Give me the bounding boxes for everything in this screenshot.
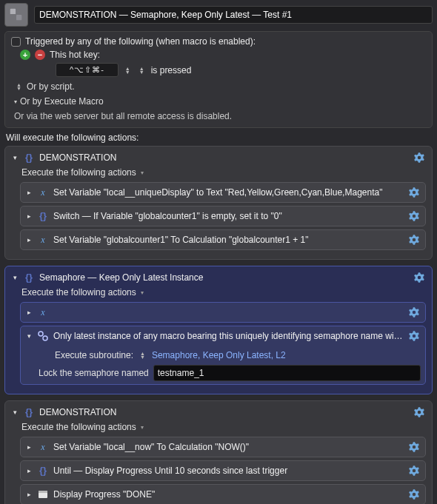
hotkey-popup-button[interactable]: ▲▼ — [125, 67, 130, 74]
action-row[interactable]: ▸x — [20, 302, 426, 323]
action-text: Set Variable "local__now" To Calculation… — [53, 442, 403, 452]
variable-icon: x — [37, 187, 49, 198]
gear-icon[interactable] — [407, 233, 421, 246]
disclosure-chevron[interactable]: ▸ — [25, 467, 33, 474]
disclosure-chevron[interactable]: ▸ — [25, 491, 33, 498]
action-row[interactable]: ▾Only latest instance of any macro beari… — [20, 326, 426, 385]
group-title: Semaphore — Keep Only Latest Instance — [39, 272, 408, 283]
svg-text:{}: {} — [39, 465, 47, 476]
link-icon — [37, 330, 49, 342]
svg-rect-14 — [39, 491, 47, 493]
action-row[interactable]: ▸{}Until — Display Progress Until 10 sec… — [20, 460, 426, 481]
braces-icon: {} — [23, 406, 35, 418]
group-subhead: Execute the following actions▾ — [21, 167, 426, 178]
gear-icon[interactable] — [407, 488, 421, 501]
gear-icon[interactable] — [413, 151, 426, 164]
subroutine-label: Execute subroutine: — [39, 350, 133, 360]
gear-icon[interactable] — [413, 406, 426, 419]
subhead-chevron[interactable]: ▾ — [141, 289, 144, 296]
svg-text:x: x — [40, 187, 45, 198]
svg-point-9 — [43, 336, 47, 340]
braces-icon: {} — [37, 465, 49, 477]
action-text: Until — Display Progress Until 10 second… — [53, 466, 403, 476]
svg-text:{}: {} — [25, 406, 33, 417]
or-by-script[interactable]: ▲▼ Or by script. — [14, 81, 426, 92]
window-icon — [37, 488, 49, 500]
gear-icon[interactable] — [407, 186, 421, 199]
web-server-note: Or via the web server but all remote acc… — [14, 111, 426, 121]
braces-icon: {} — [23, 272, 35, 283]
disclosure-chevron[interactable]: ▾ — [11, 274, 19, 281]
disclosure-chevron[interactable]: ▾ — [25, 332, 33, 340]
macro-title-input[interactable] — [34, 6, 433, 24]
trigger-enabled-checkbox[interactable] — [11, 37, 21, 47]
action-text: Set Variable "local__uniqueDisplay" to T… — [53, 187, 403, 198]
hotkey-label: This hot key: — [50, 50, 100, 60]
action-text: Switch — If Variable "globalcounter1" is… — [53, 211, 403, 221]
disclosure-chevron[interactable]: ▸ — [25, 443, 33, 451]
braces-icon: {} — [37, 210, 49, 222]
action-row[interactable]: ▸xSet Variable "local__now" To Calculati… — [20, 437, 426, 457]
subroutine-select[interactable]: Semaphore, Keep Only Latest, L2 — [152, 350, 286, 360]
subroutine-stepper[interactable]: ▲▼ — [140, 352, 145, 359]
variable-icon: x — [37, 234, 49, 246]
action-row[interactable]: ▸{}Switch — If Variable "globalcounter1"… — [20, 206, 426, 226]
group-title: DEMONSTRATION — [39, 152, 408, 163]
macro-icon[interactable] — [4, 3, 28, 27]
hotkey-state-stepper[interactable]: ▲▼ — [139, 67, 144, 74]
svg-text:x: x — [40, 235, 45, 245]
trigger-header-label: Triggered by any of the following (when … — [25, 36, 256, 47]
disclosure-chevron[interactable]: ▸ — [25, 212, 33, 220]
svg-text:{}: {} — [39, 210, 47, 221]
disclosure-chevron[interactable]: ▸ — [25, 309, 33, 316]
gear-icon[interactable] — [407, 464, 421, 477]
braces-icon: {} — [23, 152, 35, 164]
gear-icon[interactable] — [407, 306, 421, 319]
semaphore-lock-label: Lock the semaphore named — [39, 368, 149, 378]
subhead-chevron[interactable]: ▾ — [141, 424, 144, 431]
remove-trigger-button[interactable]: − — [35, 50, 45, 60]
action-row[interactable]: ▸xSet Variable "local__uniqueDisplay" to… — [20, 182, 426, 203]
gear-icon[interactable] — [407, 209, 421, 223]
trigger-section: Triggered by any of the following (when … — [4, 31, 433, 128]
action-group[interactable]: ▾{}Semaphore — Keep Only Latest Instance… — [4, 266, 433, 394]
hotkey-state-label: is pressed — [151, 65, 192, 75]
disclosure-chevron[interactable]: ▾ — [11, 154, 19, 161]
svg-rect-1 — [16, 15, 21, 20]
or-by-execute-macro[interactable]: ▾ Or by Execute Macro — [14, 96, 426, 107]
action-text: Display Progress "DONE" — [53, 489, 403, 500]
disclosure-chevron[interactable]: ▸ — [25, 236, 33, 243]
group-subhead: Execute the following actions▾ — [21, 422, 426, 432]
gear-icon[interactable] — [413, 271, 426, 284]
svg-text:{}: {} — [25, 152, 33, 163]
svg-text:{}: {} — [25, 272, 33, 283]
svg-text:x: x — [40, 307, 45, 317]
hotkey-field[interactable]: ^⌥⇧⌘- — [56, 63, 119, 77]
action-group[interactable]: ▾{}DEMONSTRATIONExecute the following ac… — [4, 146, 433, 260]
add-trigger-button[interactable]: + — [20, 50, 30, 60]
semaphore-name-input[interactable] — [153, 365, 421, 381]
action-row[interactable]: ▸Display Progress "DONE" — [20, 484, 426, 504]
variable-icon: x — [37, 441, 49, 453]
action-row[interactable]: ▸xSet Variable "globalcounter1" To Calcu… — [20, 229, 426, 250]
action-group[interactable]: ▾{}DEMONSTRATIONExecute the following ac… — [4, 400, 433, 504]
variable-icon: x — [37, 306, 49, 318]
gear-icon[interactable] — [407, 440, 421, 454]
group-title: DEMONSTRATION — [39, 407, 408, 417]
disclosure-chevron[interactable]: ▾ — [11, 409, 19, 416]
actions-section-label: Will execute the following actions: — [6, 132, 433, 143]
action-text: Only latest instance of any macro bearin… — [53, 331, 403, 341]
gear-icon[interactable] — [407, 329, 421, 343]
svg-rect-0 — [10, 9, 16, 14]
group-subhead: Execute the following actions▾ — [21, 287, 426, 298]
action-text: Set Variable "globalcounter1" To Calcula… — [53, 235, 403, 245]
disclosure-chevron[interactable]: ▸ — [25, 189, 33, 196]
subhead-chevron[interactable]: ▾ — [141, 169, 144, 176]
svg-point-8 — [39, 332, 43, 336]
svg-text:x: x — [40, 442, 45, 452]
